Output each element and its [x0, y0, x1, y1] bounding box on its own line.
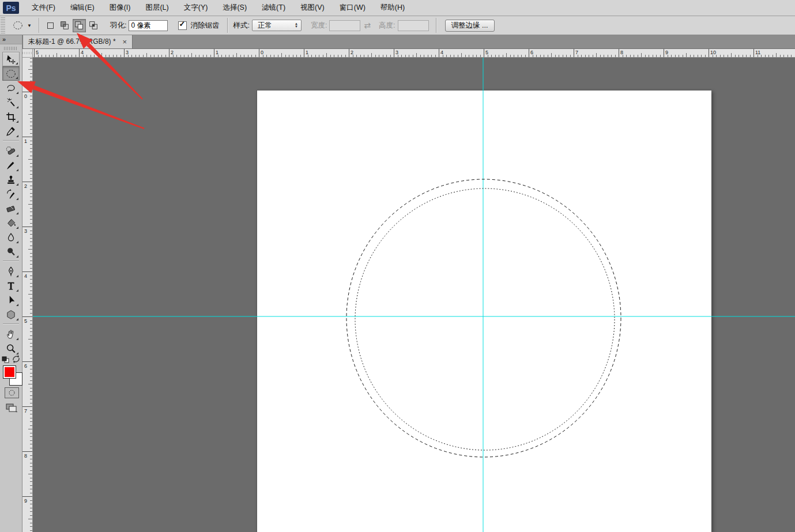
tool-shape[interactable] — [2, 307, 20, 322]
ruler-tick — [623, 55, 623, 57]
ruler-tick — [668, 55, 668, 57]
ruler-tick — [30, 62, 32, 62]
ruler-tick — [566, 55, 567, 57]
tool-paint-bucket[interactable] — [2, 216, 20, 230]
tool-type[interactable] — [2, 278, 20, 293]
ruler-tick — [30, 358, 32, 359]
tool-lasso[interactable] — [2, 81, 20, 95]
ruler-tick — [555, 55, 556, 57]
tool-eraser[interactable] — [2, 201, 20, 216]
ruler-tick — [259, 49, 259, 57]
ruler-tick — [30, 309, 32, 310]
mode-new-selection-button[interactable] — [44, 19, 57, 32]
tools-panel-grip[interactable] — [4, 47, 18, 50]
ruler-tick — [506, 53, 507, 57]
ruler-tick — [724, 55, 724, 57]
photoshop-logo: Ps — [3, 2, 19, 14]
tool-pen[interactable] — [2, 264, 20, 278]
menu-item-5[interactable]: 选择(S) — [215, 0, 254, 16]
tool-path-selection[interactable] — [2, 293, 20, 307]
menu-item-4[interactable]: 文字(Y) — [176, 0, 216, 16]
ruler-tick — [30, 118, 32, 119]
move-icon — [5, 54, 17, 65]
mode-subtract-from-selection-button[interactable] — [73, 19, 86, 32]
ruler-tick — [720, 55, 721, 57]
mode-intersect-with-selection-button[interactable] — [87, 19, 100, 32]
swap-dimensions-icon[interactable]: ⇄ — [364, 21, 371, 30]
ruler-tick — [30, 189, 32, 190]
ruler-tick — [30, 111, 32, 111]
tool-magic-wand[interactable] — [2, 95, 20, 110]
ruler-tick — [600, 55, 601, 57]
ruler-tick — [626, 55, 627, 57]
document-canvas[interactable] — [257, 90, 711, 532]
ruler-tick — [656, 55, 657, 57]
tool-hand[interactable] — [2, 327, 20, 341]
tool-move[interactable] — [2, 52, 20, 66]
tool-brush[interactable] — [2, 158, 20, 172]
flyout-indicator — [16, 338, 18, 340]
tool-elliptical-marquee[interactable] — [2, 66, 20, 81]
style-dropdown[interactable]: 正常 ▲▼ — [252, 20, 302, 31]
menu-item-6[interactable]: 滤镜(T) — [254, 0, 293, 16]
ruler-tick — [28, 159, 32, 160]
options-bar-grip[interactable] — [1, 17, 5, 33]
tools-panel-collapse[interactable]: » — [0, 35, 22, 44]
menu-item-0[interactable]: 文件(F) — [24, 0, 63, 16]
ruler-tick — [574, 49, 574, 57]
swap-colors-icon[interactable] — [12, 355, 20, 365]
document-tab-title: 未标题-1 @ 66.7%(RGB/8) * — [28, 37, 116, 47]
quick-mask-button[interactable] — [5, 387, 19, 398]
tool-clone-stamp[interactable] — [2, 172, 20, 187]
ruler-tick — [143, 55, 144, 57]
ruler-tick — [30, 433, 32, 433]
width-input[interactable] — [329, 20, 360, 31]
tool-crop[interactable] — [2, 110, 20, 124]
menu-item-8[interactable]: 窗口(W) — [332, 0, 373, 16]
ruler-tick — [154, 55, 155, 57]
ruler-tick — [30, 455, 32, 456]
ruler-tick — [30, 99, 32, 100]
menu-item-2[interactable]: 图像(I) — [102, 0, 138, 16]
mode-add-to-selection-button[interactable] — [58, 19, 71, 32]
ruler-tick — [203, 55, 204, 57]
tool-dodge[interactable] — [2, 244, 20, 259]
horizontal-ruler[interactable]: 5432101234567891011 — [33, 49, 795, 58]
menu-item-3[interactable]: 图层(L) — [138, 0, 176, 16]
screen-mode-button[interactable] — [4, 402, 18, 414]
ruler-tick — [578, 55, 578, 57]
vertical-ruler[interactable]: 0123456789 — [22, 58, 33, 532]
ruler-tick — [30, 96, 32, 96]
menu-item-9[interactable]: 帮助(H) — [373, 0, 412, 16]
tool-preset-picker[interactable]: ▼ — [12, 20, 32, 31]
foreground-color-swatch[interactable] — [3, 365, 16, 379]
ruler-tick — [30, 459, 32, 459]
tool-history-brush[interactable] — [2, 187, 20, 201]
tool-zoom[interactable] — [2, 341, 20, 356]
lasso-icon — [5, 82, 17, 94]
ruler-tick — [394, 49, 394, 57]
height-input[interactable] — [398, 20, 429, 31]
feather-input[interactable] — [129, 20, 168, 31]
close-icon[interactable]: × — [123, 39, 127, 45]
menu-item-1[interactable]: 编辑(E) — [63, 0, 102, 16]
ruler-tick — [30, 301, 32, 302]
tool-spot-healing-brush[interactable] — [2, 144, 20, 158]
ruler-corner — [22, 49, 33, 58]
tool-eyedropper[interactable] — [2, 124, 20, 138]
ruler-tick — [431, 55, 432, 57]
ruler-tick — [106, 55, 106, 57]
ruler-tick — [679, 55, 679, 57]
ruler-tick — [184, 55, 184, 57]
tool-blur[interactable] — [2, 230, 20, 244]
screen-mode-icon — [5, 403, 18, 413]
menu-item-7[interactable]: 视图(V) — [293, 0, 332, 16]
document-tab[interactable]: 未标题-1 @ 66.7%(RGB/8) * × — [22, 35, 133, 48]
antialias-checkbox[interactable]: ✓ — [178, 21, 187, 30]
ruler-tick — [30, 73, 32, 74]
ruler-tick — [28, 249, 32, 250]
ruler-tick — [540, 55, 541, 57]
ruler-tick — [22, 451, 32, 452]
quick-mask-icon — [7, 389, 16, 397]
refine-edge-button[interactable]: 调整边缘 ... — [445, 20, 495, 32]
